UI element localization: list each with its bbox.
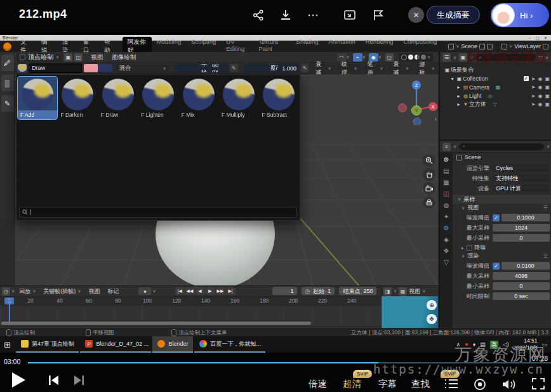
render-visibility-icon[interactable]: ▣ bbox=[545, 84, 550, 90]
playback-button[interactable]: ◀ bbox=[196, 287, 205, 295]
brush-item[interactable]: F Darken bbox=[58, 77, 97, 119]
sidebar-collapse-icon[interactable]: ‹ bbox=[435, 116, 437, 122]
min-samples-field[interactable]: 0 bbox=[493, 282, 550, 290]
properties-tab-icon[interactable]: ⚙ bbox=[444, 225, 449, 232]
selectable-icon[interactable]: ➤ bbox=[531, 84, 536, 90]
render-visibility-icon[interactable]: ▣ bbox=[545, 101, 550, 107]
taskbar-app-folder[interactable]: 第47章 顶点绘制 bbox=[16, 336, 79, 353]
auto-keying-record-icon[interactable]: ● bbox=[138, 287, 151, 295]
playlist-icon[interactable] bbox=[444, 378, 458, 389]
image-preview[interactable]: ⊕ ✥ bbox=[382, 296, 438, 328]
playback-button[interactable]: ▶▶ bbox=[216, 287, 225, 295]
navigation-gizmo[interactable]: Z X Y bbox=[396, 77, 438, 125]
blender-logo-icon[interactable] bbox=[3, 42, 11, 51]
radius-slider[interactable]: 半径60 px bbox=[175, 64, 229, 72]
brush-preview-icon[interactable] bbox=[17, 64, 27, 73]
properties-tab-icon[interactable]: ◫ bbox=[443, 190, 449, 197]
close-icon[interactable]: ✕ bbox=[408, 7, 424, 23]
image-view-menu[interactable]: 视图 bbox=[409, 287, 420, 296]
secondary-color-swatch[interactable] bbox=[98, 64, 112, 72]
material-shading-icon[interactable] bbox=[415, 55, 420, 60]
share-icon[interactable] bbox=[251, 8, 266, 23]
smear-tool-icon[interactable]: ✎ bbox=[1, 95, 14, 112]
camera-view-icon[interactable] bbox=[423, 182, 435, 195]
device-dropdown[interactable]: GPU 计算 bbox=[493, 185, 550, 192]
playback-button[interactable]: |◀ bbox=[175, 287, 185, 295]
properties-tab-icon[interactable]: ▽ bbox=[444, 259, 449, 266]
start-button-icon[interactable]: ⊞ bbox=[4, 340, 11, 350]
viewport-subsection[interactable]: ∨视图 ☰ bbox=[453, 204, 551, 212]
volume-icon[interactable] bbox=[501, 378, 517, 391]
editor-type-icon[interactable]: ◷ bbox=[2, 287, 10, 296]
properties-search-input[interactable]: ⌕ bbox=[459, 143, 544, 150]
flag-icon[interactable] bbox=[371, 8, 386, 23]
selectable-icon[interactable]: ➤ bbox=[531, 76, 536, 82]
rendered-shading-icon[interactable] bbox=[421, 55, 426, 60]
display-mode-icon[interactable]: ▣ bbox=[459, 53, 467, 62]
speed-button[interactable]: 倍速 bbox=[309, 378, 327, 390]
properties-tab-icon[interactable]: ⚙ bbox=[444, 156, 449, 163]
timeline-scrollbar[interactable] bbox=[1, 322, 311, 325]
properties-tab-icon[interactable]: ✥ bbox=[444, 247, 449, 254]
strength-slider[interactable]: 强度/力度1.000 bbox=[243, 64, 300, 72]
timeline-ruler[interactable]: 1 20406080100120140160180200220240 bbox=[0, 297, 381, 306]
pip-icon[interactable] bbox=[342, 8, 357, 23]
brush-item[interactable]: F Multiply bbox=[219, 77, 258, 119]
view-menu[interactable]: 视图 bbox=[85, 287, 103, 296]
brush-panel-dropdown[interactable]: 游标∨ bbox=[416, 64, 438, 72]
selectable-icon[interactable]: ➤ bbox=[531, 93, 536, 99]
editor-type-icon[interactable]: ≡ bbox=[442, 143, 451, 151]
visibility-eye-icon[interactable]: ◉ bbox=[538, 101, 542, 107]
primary-color-swatch[interactable] bbox=[84, 64, 98, 72]
render-visibility-icon[interactable]: ▣ bbox=[545, 93, 550, 99]
properties-tab-icon[interactable]: ◍ bbox=[444, 202, 449, 209]
time-limit-field[interactable]: 0 sec bbox=[493, 292, 550, 300]
sampling-section[interactable]: ∨采样 bbox=[453, 195, 551, 204]
more-icon[interactable]: ⋯ bbox=[306, 8, 321, 23]
denoise-checkbox[interactable] bbox=[467, 245, 472, 251]
taskbar-app-browser[interactable]: 百度一下，你就知... bbox=[194, 336, 265, 353]
properties-tab-icon[interactable]: ◈ bbox=[444, 236, 449, 243]
strength-pressure-icon[interactable]: ✎ bbox=[301, 64, 309, 72]
playback-button[interactable]: ▶| bbox=[226, 287, 236, 295]
taskbar-app-blender[interactable]: Blender bbox=[152, 336, 193, 353]
feature-set-dropdown[interactable]: 支持特性 bbox=[493, 174, 550, 182]
perspective-grid-icon[interactable] bbox=[423, 196, 435, 209]
pan-hand-icon[interactable] bbox=[423, 168, 435, 181]
expand-arrow-icon[interactable]: ▸ bbox=[455, 84, 462, 90]
frame-end-field[interactable]: 结束点250 bbox=[339, 287, 376, 295]
properties-tab-icon[interactable]: ✦ bbox=[444, 213, 449, 220]
noise-value-field[interactable]: 0.0100 bbox=[501, 262, 550, 270]
radius-pressure-icon[interactable]: ✎ bbox=[230, 64, 237, 72]
frame-start-field[interactable]: ◷起始1 bbox=[302, 287, 335, 295]
brush-panel-dropdown[interactable]: 衰减∨ bbox=[312, 64, 335, 72]
render-subsection[interactable]: ∨渲染 ☰ bbox=[453, 252, 551, 260]
next-button[interactable] bbox=[74, 375, 84, 386]
image-icon[interactable]: ▦ bbox=[399, 287, 407, 296]
brush-item[interactable]: F Lighten bbox=[138, 77, 178, 119]
duplicate-icon[interactable]: ▢ bbox=[385, 53, 394, 62]
min-samples-field[interactable]: 0 bbox=[493, 234, 550, 242]
max-samples-field[interactable]: 4096 bbox=[493, 272, 550, 280]
selectable-icon[interactable]: ➤ bbox=[531, 101, 536, 107]
playback-menu[interactable]: 回放∨ bbox=[16, 287, 39, 296]
draw-tool-icon[interactable]: 🖉 bbox=[1, 55, 14, 71]
max-samples-field[interactable]: 1024 bbox=[493, 224, 550, 232]
expand-arrow-icon[interactable]: ▸ bbox=[455, 101, 462, 107]
expand-arrow-icon[interactable]: ▾ bbox=[449, 76, 456, 82]
visibility-eye-icon[interactable]: ◉ bbox=[538, 93, 542, 99]
snap-icon[interactable]: ⌁ bbox=[353, 53, 362, 62]
menu-icon[interactable]: ☰ bbox=[543, 205, 548, 211]
denoise-subsection[interactable]: ▸ 降噪 bbox=[453, 244, 551, 252]
menu-icon[interactable]: ☰ bbox=[543, 253, 548, 259]
options-caret-icon[interactable]: ∨ bbox=[547, 144, 550, 149]
fullscreen-icon[interactable] bbox=[532, 378, 545, 389]
render-engine-dropdown[interactable]: Cycles bbox=[493, 164, 550, 172]
solid-shading-icon[interactable] bbox=[408, 55, 413, 60]
blend-mode-dropdown[interactable]: 混合∨ bbox=[116, 64, 169, 72]
visibility-eye-icon[interactable]: ◉ bbox=[538, 76, 542, 82]
blur-tool-icon[interactable]: ▒ bbox=[1, 75, 14, 91]
editor-type-icon[interactable]: ☰ bbox=[442, 53, 451, 62]
noise-checkbox[interactable]: ✓ bbox=[493, 263, 500, 270]
subtitle-button[interactable]: 字幕 bbox=[378, 378, 397, 390]
